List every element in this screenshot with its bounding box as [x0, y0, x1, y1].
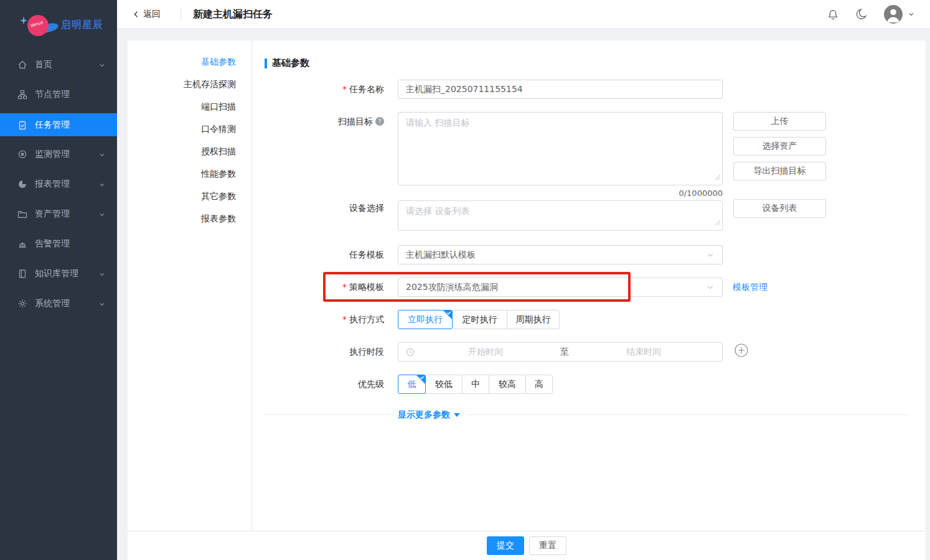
- device-select-field: [398, 200, 723, 231]
- scan-target-label: 扫描目标?: [268, 116, 384, 128]
- anchor-auth-scan[interactable]: 授权扫描: [128, 140, 251, 162]
- clock-icon: [406, 348, 415, 357]
- scan-target-field: [398, 112, 723, 185]
- sidebar-item-label: 首页: [35, 59, 52, 70]
- selected-check-icon: [416, 375, 425, 384]
- exec-mode-immediate[interactable]: 立即执行: [398, 310, 453, 329]
- sidebar-item-home[interactable]: 首页: [0, 50, 117, 80]
- section-anchor-nav: 基础参数 主机存活探测 端口扫描 口令猜测 授权扫描 性能参数 其它参数 报表参…: [128, 40, 252, 531]
- pie-chart-icon: [17, 179, 27, 189]
- sidebar-item-knowledge[interactable]: 知识库管理: [0, 259, 117, 289]
- task-name-label: *任务名称: [268, 80, 384, 99]
- priority-medium[interactable]: 中: [462, 375, 489, 394]
- export-scan-target-button[interactable]: 导出扫描目标: [733, 162, 826, 180]
- chevron-down-icon: [98, 300, 106, 310]
- chevron-down-icon: [98, 180, 106, 190]
- start-time-placeholder: 开始时间: [415, 347, 557, 358]
- sidebar-item-nodes[interactable]: 节点管理: [0, 80, 117, 110]
- sidebar-item-monitoring[interactable]: 监测管理: [0, 139, 117, 169]
- help-icon[interactable]: ?: [375, 117, 384, 126]
- sidebar-item-label: 告警管理: [35, 238, 70, 250]
- chevron-down-icon: [706, 251, 715, 259]
- chevron-down-icon: [908, 11, 915, 18]
- priority-lower[interactable]: 较低: [425, 375, 463, 394]
- reset-button[interactable]: 重置: [529, 536, 566, 555]
- sidebar-item-label: 报表管理: [35, 179, 70, 190]
- anchor-password-guess[interactable]: 口令猜测: [128, 118, 251, 140]
- main-panel: 基础参数 主机存活探测 端口扫描 口令猜测 授权扫描 性能参数 其它参数 报表参…: [128, 40, 926, 560]
- section-accent-bar: [265, 58, 267, 68]
- device-select-label: 设备选择: [268, 203, 384, 214]
- task-template-value: 主机漏扫默认模板: [406, 250, 706, 261]
- svg-text:?: ?: [378, 118, 382, 124]
- home-icon: [17, 60, 27, 70]
- policy-template-label: *策略模板: [268, 278, 384, 297]
- sidebar-item-label: 系统管理: [35, 298, 70, 309]
- user-menu[interactable]: [884, 5, 915, 24]
- anchor-performance[interactable]: 性能参数: [128, 162, 251, 185]
- add-period-button[interactable]: [735, 343, 748, 357]
- task-template-select[interactable]: 主机漏扫默认模板: [398, 245, 723, 264]
- required-mark: *: [342, 84, 347, 94]
- policy-template-value: 2025攻防演练高危漏洞: [406, 282, 706, 293]
- device-select-textarea[interactable]: [398, 200, 723, 231]
- anchor-other-params[interactable]: 其它参数: [128, 185, 251, 207]
- anchor-report-params[interactable]: 报表参数: [128, 207, 251, 230]
- clipboard-task-icon: [17, 120, 27, 130]
- device-list-button[interactable]: 设备列表: [733, 199, 826, 218]
- priority-higher[interactable]: 较高: [489, 375, 526, 394]
- chevron-down-icon: [98, 270, 106, 280]
- sidebar: Venus 启明星辰 首页 节点管理 任务管理 监测管理 报表管理 资产管理 告…: [0, 0, 117, 560]
- select-asset-button[interactable]: 选择资产: [733, 137, 826, 156]
- sidebar-item-tasks[interactable]: 任务管理: [0, 113, 117, 136]
- template-manage-link-wrap: 模板管理: [733, 278, 768, 297]
- task-name-field: [398, 80, 723, 99]
- anchor-port-scan[interactable]: 端口扫描: [128, 95, 251, 118]
- exec-mode-group: 立即执行 定时执行 周期执行: [398, 310, 723, 329]
- required-mark: *: [342, 314, 347, 324]
- back-label: 返回: [143, 9, 161, 20]
- sidebar-item-label: 知识库管理: [35, 268, 78, 279]
- end-time-placeholder: 结束时间: [573, 347, 715, 358]
- notification-bell-icon[interactable]: [827, 8, 839, 21]
- range-separator: 至: [557, 347, 573, 358]
- submit-button[interactable]: 提交: [487, 536, 524, 555]
- logo-venus-text: Venus: [29, 20, 44, 29]
- chevron-down-icon: [706, 283, 715, 292]
- task-name-input[interactable]: [398, 80, 723, 99]
- brand-name: 启明星辰: [61, 19, 103, 32]
- topbar-divider: [181, 8, 181, 21]
- sidebar-item-assets[interactable]: 资产管理: [0, 199, 117, 229]
- selected-check-icon: [443, 310, 452, 319]
- priority-high[interactable]: 高: [525, 375, 553, 394]
- dark-mode-moon-icon[interactable]: [855, 8, 868, 21]
- exec-mode-periodic[interactable]: 周期执行: [507, 310, 560, 329]
- target-icon: [17, 149, 27, 159]
- required-mark: *: [342, 282, 347, 292]
- more-params-divider: [265, 414, 909, 415]
- priority-low[interactable]: 低: [398, 375, 426, 394]
- exec-mode-label: *执行方式: [268, 310, 384, 329]
- sidebar-item-alerts[interactable]: 告警管理: [0, 229, 117, 259]
- avatar: [884, 5, 903, 24]
- template-manage-link[interactable]: 模板管理: [733, 282, 768, 293]
- sidebar-item-system[interactable]: 系统管理: [0, 289, 117, 319]
- time-range-picker[interactable]: 开始时间 至 结束时间: [398, 342, 723, 362]
- exec-mode-scheduled[interactable]: 定时执行: [452, 310, 507, 329]
- scan-target-textarea[interactable]: [398, 112, 723, 185]
- back-button[interactable]: 返回: [132, 0, 161, 29]
- upload-button[interactable]: 上传: [733, 112, 826, 131]
- show-more-params-link[interactable]: 显示更多参数: [398, 409, 466, 421]
- policy-template-select[interactable]: 2025攻防演练高危漏洞: [398, 278, 723, 297]
- priority-label: 优先级: [268, 375, 384, 394]
- sidebar-item-reports[interactable]: 报表管理: [0, 169, 117, 199]
- gear-icon: [17, 299, 27, 309]
- chevron-down-icon: [98, 61, 106, 71]
- anchor-host-alive[interactable]: 主机存活探测: [128, 73, 251, 95]
- folder-icon: [17, 209, 27, 219]
- anchor-basic-params[interactable]: 基础参数: [128, 50, 251, 73]
- alarm-icon: [17, 239, 27, 249]
- back-chevron-icon: [132, 10, 141, 19]
- caret-down-icon: [454, 413, 460, 417]
- page-title: 新建主机漏扫任务: [193, 0, 273, 29]
